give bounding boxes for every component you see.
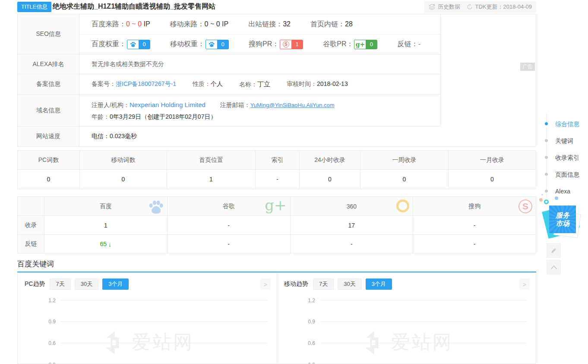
- beian-row-label: 备案信息: [18, 74, 79, 94]
- sogou-pr-badge[interactable]: S1: [280, 40, 303, 49]
- stats-header: 首页位置: [167, 151, 255, 169]
- tab-3months[interactable]: 3个月: [102, 279, 129, 290]
- back-to-top-button[interactable]: [547, 260, 561, 275]
- alexa-row-label: ALEXA排名: [18, 54, 79, 74]
- y-tick: 0.9: [25, 319, 56, 325]
- stats-header: 24小时收录: [299, 151, 360, 169]
- google-plus-icon: g+: [354, 40, 366, 49]
- baidu-traffic-unit: IP: [142, 20, 150, 28]
- stats-header: 移动词数: [79, 151, 167, 169]
- baidu-weight-badge[interactable]: 0: [127, 40, 150, 49]
- homepage-inlinks-value: 28: [345, 20, 353, 28]
- chevron-right-icon[interactable]: >: [519, 279, 530, 290]
- backlinks-360: -: [290, 235, 413, 253]
- stats-value: 0: [448, 170, 536, 189]
- engine-label: 谷歌: [223, 203, 235, 210]
- nav-dot: [545, 139, 548, 142]
- weight-fields: 百度权重： 0 移动权重： 0 搜狗PR： S1 谷歌PR： g+0 反链：-: [92, 40, 420, 49]
- down-arrow-icon: ↓: [108, 241, 112, 248]
- outlinks-label: 出站链接：: [248, 20, 283, 28]
- nav-dot: [545, 173, 548, 176]
- y-tick: 0.3: [25, 362, 56, 364]
- trend-panels: PC趋势 7天 30天 3个月 > 1.2 0.9 0.6 0.3 爱站网 移动…: [17, 272, 536, 364]
- chevron-up-icon: [550, 264, 558, 270]
- keyword-stats-table: PC词数 移动词数 首页位置 索引 24小时收录 一周收录 一月收录 0 0 1…: [17, 150, 536, 189]
- google-pr-label: 谷歌PR：: [323, 40, 353, 49]
- service-market-badge[interactable]: 服务 市场: [542, 201, 584, 243]
- engine-label: 360: [347, 203, 357, 210]
- sidebar-item-pageinfo[interactable]: 页面信息: [555, 171, 579, 179]
- registrant-link[interactable]: Nexperian Holding Limited: [130, 101, 205, 108]
- aizhan-logo-icon: [360, 330, 385, 355]
- stats-header: PC词数: [18, 151, 79, 169]
- pencil-icon: [550, 247, 557, 254]
- google-pr-badge[interactable]: g+0: [354, 40, 377, 49]
- reg-email-link[interactable]: YuMing@YinSiBaoHu.AliYun.com: [250, 102, 335, 108]
- sidebar-item-keywords[interactable]: 关键词: [555, 137, 573, 145]
- stats-value: 1: [167, 170, 255, 189]
- stats-header: 一周收录: [360, 151, 448, 169]
- mobile-weight-value: 0: [217, 40, 228, 49]
- domain-row-label: 域名信息: [18, 95, 79, 126]
- tab-7days[interactable]: 7天: [50, 279, 70, 290]
- engine-header-sogou: 搜狗 S: [413, 197, 536, 215]
- aizhan-logo-icon: [101, 330, 126, 355]
- tab-3months[interactable]: 3个月: [366, 279, 392, 290]
- service-market-text: 市场: [556, 219, 569, 228]
- stats-header: 索引: [255, 151, 299, 169]
- baidu-weight-value: 0: [139, 40, 150, 49]
- reg-email-label: 注册邮箱：: [220, 101, 250, 108]
- layers-icon: [429, 4, 435, 10]
- baidu-traffic-label: 百度来路：: [92, 20, 126, 28]
- tab-30days[interactable]: 30天: [338, 279, 361, 290]
- 360-search-icon: [396, 199, 409, 212]
- alexa-text: 暂无排名或相关数据不充分: [92, 60, 164, 68]
- inclusion-sogou: -: [413, 216, 536, 234]
- ad-tag: 广告: [520, 63, 535, 71]
- domain-age-label: 年龄：: [92, 113, 110, 120]
- aizhan-watermark: 爱站网: [18, 329, 277, 355]
- sidebar-item-overview[interactable]: 综合信息: [555, 120, 579, 128]
- holder-name-label: 名称：: [239, 81, 257, 88]
- service-market-face: 服务 市场: [549, 206, 576, 233]
- tdk-update-button[interactable]: TDK更新：2018-04-09: [462, 1, 537, 13]
- audit-time-value: 2018-02-13: [317, 80, 348, 87]
- pc-trend-label: PC趋势: [25, 280, 45, 288]
- watermark-text: 爱站网: [391, 329, 453, 355]
- tab-7days[interactable]: 7天: [313, 279, 334, 290]
- inclusion-google: -: [167, 216, 290, 234]
- icp-number-label: 备案号：: [92, 80, 116, 87]
- page-title: 绝地求生辅助_H1Z1辅助自瞄透视辅助_批发零售网站: [53, 2, 215, 11]
- sidebar-item-alexa[interactable]: Alexa: [555, 188, 570, 195]
- nature-label: 性质：: [193, 80, 211, 87]
- feedback-button[interactable]: [547, 243, 561, 258]
- domain-age-value: 0年3月29日（创建于2018年02月07日）: [110, 113, 216, 120]
- y-tick: 0.3: [285, 362, 315, 364]
- decor-dot: [541, 194, 543, 196]
- nav-dot: [545, 190, 548, 193]
- y-tick: 1.2: [285, 298, 315, 304]
- mobile-traffic-label: 移动来路：: [170, 20, 205, 28]
- chevron-right-icon[interactable]: >: [260, 279, 271, 290]
- stats-header: 一月收录: [448, 151, 536, 169]
- tab-30days[interactable]: 30天: [75, 279, 98, 290]
- backlinks-sogou: -: [413, 235, 536, 253]
- ad-area: 广告: [440, 14, 536, 127]
- engine-label: 百度: [100, 203, 112, 210]
- mobile-weight-label: 移动权重：: [170, 40, 205, 49]
- baidu-paw-icon: [127, 40, 139, 49]
- baidu-traffic-value: 0 ~ 0: [126, 20, 142, 28]
- sogou-s-icon: S: [518, 199, 532, 213]
- stats-value: 0: [299, 170, 360, 189]
- sidebar-item-index[interactable]: 收录索引: [555, 154, 579, 162]
- mobile-weight-badge[interactable]: 0: [205, 40, 229, 49]
- watermark-text: 爱站网: [132, 329, 194, 355]
- speed-text: 电信：0.023毫秒: [92, 133, 137, 140]
- history-data-button[interactable]: 历史数据: [424, 1, 465, 13]
- icp-number-link[interactable]: 浙ICP备18007267号-1: [116, 80, 176, 87]
- tdk-update-label: TDK更新：2018-04-09: [475, 3, 532, 11]
- backlinks-row-label: 反链: [18, 235, 44, 253]
- backlinks-baidu-value: 65: [100, 241, 107, 247]
- backlink-label: 反链：: [397, 40, 418, 47]
- inclusion-360: 17: [290, 216, 413, 234]
